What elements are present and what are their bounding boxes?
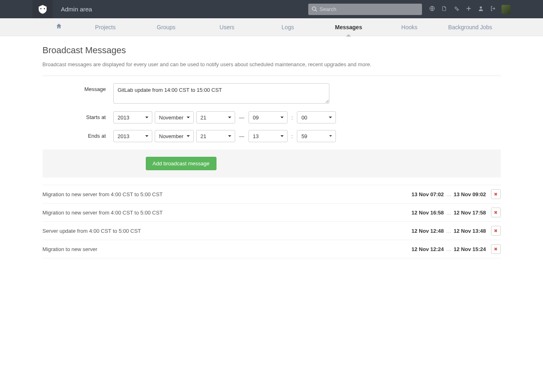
remove-icon: ✖: [494, 228, 498, 234]
message-textarea[interactable]: GitLab update from 14:00 CST to 15:00 CS…: [113, 83, 329, 104]
list-item: Migration to new server from 4:00 CST to…: [43, 204, 501, 222]
nav-projects[interactable]: Projects: [75, 18, 136, 36]
home-icon: [56, 24, 62, 30]
list-item: Migration to new server 12 Nov 12:24 … 1…: [43, 240, 501, 258]
list-item-dates: 12 Nov 12:24 … 12 Nov 15:24: [411, 246, 486, 252]
list-item-to: 12 Nov 15:24: [454, 246, 486, 252]
starts-minute-select[interactable]: 00: [297, 111, 336, 123]
svg-point-3: [455, 7, 457, 9]
list-item-dates: 12 Nov 12:48 … 12 Nov 13:48: [411, 228, 486, 234]
signout-icon[interactable]: [490, 6, 496, 13]
remove-icon: ✖: [494, 210, 498, 215]
subnav: Projects Groups Users Logs Messages Hook…: [0, 18, 543, 36]
list-item-dates: 13 Nov 07:02 … 13 Nov 09:02: [411, 191, 486, 197]
form-row-message: Message GitLab update from 14:00 CST to …: [43, 83, 501, 105]
list-item-dates: 12 Nov 16:58 … 12 Nov 17:58: [411, 210, 486, 216]
remove-icon: ✖: [494, 247, 498, 252]
list-item-from: 12 Nov 12:48: [411, 228, 444, 234]
ellipsis: …: [445, 191, 452, 197]
ellipsis: …: [445, 246, 452, 252]
add-broadcast-button[interactable]: Add broadcast message: [146, 157, 216, 170]
svg-point-4: [457, 9, 459, 11]
svg-line-1: [316, 10, 317, 11]
colon-separator: :: [290, 133, 295, 139]
divider: [43, 76, 501, 76]
nav-groups[interactable]: Groups: [136, 18, 197, 36]
starts-year-select[interactable]: 2013: [113, 111, 152, 123]
form-row-starts-at: Starts at 2013 November 21 — 09 : 00: [43, 111, 501, 123]
avatar[interactable]: [502, 5, 511, 14]
topbar-title: Admin area: [61, 6, 92, 13]
list-item: Server update from 4:00 CST to 5:00 CST …: [43, 222, 501, 240]
ends-at-label: Ends at: [43, 130, 113, 142]
starts-day-select[interactable]: 21: [196, 111, 235, 123]
dash-separator: —: [238, 133, 246, 139]
list-item-text: Migration to new server from 4:00 CST to…: [43, 191, 412, 197]
page-description: Broadcast messages are displayed for eve…: [43, 61, 501, 67]
files-icon[interactable]: [441, 6, 447, 13]
topbar-icons: [429, 6, 496, 13]
message-label: Message: [43, 83, 113, 105]
starts-at-label: Starts at: [43, 111, 113, 123]
nav-background-jobs[interactable]: Background Jobs: [440, 18, 501, 36]
nav-home[interactable]: [43, 18, 75, 36]
list-item-from: 12 Nov 16:58: [411, 210, 444, 216]
starts-hour-select[interactable]: 09: [249, 111, 288, 123]
user-icon[interactable]: [478, 6, 484, 13]
form-row-ends-at: Ends at 2013 November 21 — 13 : 59: [43, 130, 501, 142]
list-item: Migration to new server from 4:00 CST to…: [43, 185, 501, 204]
colon-separator: :: [290, 115, 295, 121]
list-item-from: 12 Nov 12:24: [411, 246, 444, 252]
dash-separator: —: [238, 115, 246, 121]
search-icon: [312, 6, 317, 13]
cogs-icon[interactable]: [454, 6, 459, 13]
list-item-text: Migration to new server from 4:00 CST to…: [43, 210, 412, 216]
app-logo[interactable]: [32, 0, 53, 18]
nav-messages[interactable]: Messages: [318, 18, 379, 36]
ellipsis: …: [445, 210, 452, 216]
list-item-to: 12 Nov 17:58: [454, 210, 486, 216]
list-item-text: Server update from 4:00 CST to 5:00 CST: [43, 228, 412, 234]
nav-hooks[interactable]: Hooks: [379, 18, 440, 36]
nav-logs[interactable]: Logs: [257, 18, 318, 36]
list-item-to: 13 Nov 09:02: [454, 191, 486, 197]
ends-day-select[interactable]: 21: [196, 130, 235, 142]
svg-point-0: [312, 6, 316, 10]
ends-month-select[interactable]: November: [155, 130, 194, 142]
delete-button[interactable]: ✖: [491, 208, 501, 217]
submit-bar: Add broadcast message: [43, 149, 501, 178]
ends-minute-select[interactable]: 59: [297, 130, 336, 142]
list-item-text: Migration to new server: [43, 246, 412, 252]
list-item-from: 13 Nov 07:02: [411, 191, 444, 197]
svg-point-7: [480, 6, 482, 9]
ellipsis: …: [445, 228, 452, 234]
starts-month-select[interactable]: November: [155, 111, 194, 123]
list-item-to: 12 Nov 13:48: [454, 228, 486, 234]
page-title: Broadcast Messages: [43, 45, 501, 56]
ends-hour-select[interactable]: 13: [249, 130, 288, 142]
nav-users[interactable]: Users: [197, 18, 257, 36]
plus-icon[interactable]: [466, 6, 472, 13]
ends-year-select[interactable]: 2013: [113, 130, 152, 142]
delete-button[interactable]: ✖: [491, 244, 501, 254]
search-input[interactable]: [308, 4, 422, 15]
delete-button[interactable]: ✖: [491, 226, 501, 236]
content: Broadcast Messages Broadcast messages ar…: [43, 36, 501, 258]
globe-icon[interactable]: [429, 6, 435, 13]
topbar: Admin area: [0, 0, 543, 18]
search-wrap: [308, 4, 422, 15]
remove-icon: ✖: [494, 192, 498, 197]
broadcast-messages-list: Migration to new server from 4:00 CST to…: [43, 185, 501, 258]
delete-button[interactable]: ✖: [491, 189, 501, 199]
